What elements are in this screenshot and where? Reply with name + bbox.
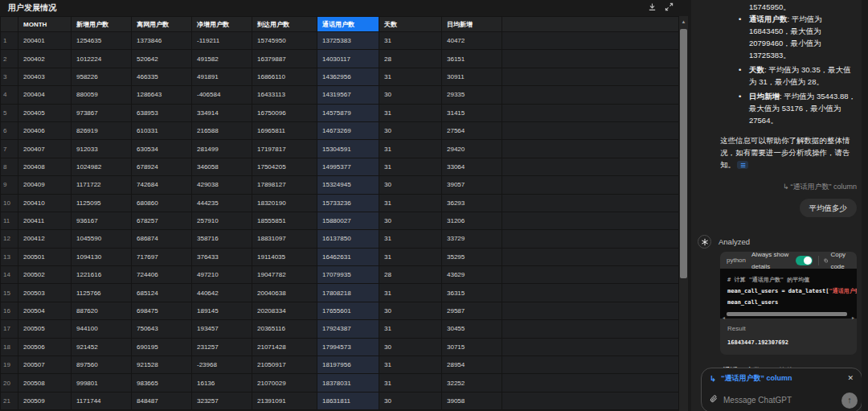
column-header[interactable]: 天数: [379, 17, 442, 32]
table-cell: 983665: [132, 374, 192, 392]
code-block[interactable]: # 计算 "通话用户数" 的平均值mean_call_users = data_…: [720, 269, 857, 311]
column-header[interactable]: 到达用户数: [252, 17, 317, 32]
column-header[interactable]: 新增用户数: [72, 17, 132, 32]
table-cell: 39057: [442, 176, 502, 194]
download-icon[interactable]: [648, 2, 657, 11]
table-cell: 30: [379, 212, 442, 229]
table-row[interactable]: 120040112546351373846-119211157459501372…: [1, 32, 679, 50]
table-row[interactable]: 1720050594410075064319345720365116179243…: [1, 320, 679, 338]
table-row[interactable]: 8200408102498267892434605817504205149953…: [1, 158, 679, 175]
table-row[interactable]: 1520050311257666851244406422004063817808…: [1, 284, 679, 302]
h-scrollbar-thumb[interactable]: [727, 312, 847, 316]
table-cell: 17808218: [317, 284, 379, 302]
table-cell: 29420: [442, 140, 502, 158]
summary-bullet: 日均新增: 平均值为 35443.88，最大值为 53176，最小值为 2756…: [720, 90, 857, 126]
table-cell: 200504: [18, 302, 72, 319]
column-header[interactable]: 通话用户数: [317, 17, 379, 32]
table-row[interactable]: 2200402101222452064249158216379887140301…: [1, 50, 679, 68]
table-cell: 17079935: [317, 266, 379, 284]
table-cell: 200505: [18, 320, 72, 338]
attach-icon[interactable]: [710, 394, 718, 406]
table-cell: 1373846: [132, 32, 192, 50]
table-cell: 193457: [192, 320, 252, 338]
table-cell: 1171722: [72, 176, 132, 194]
scroll-up-arrow[interactable]: ▲: [679, 18, 688, 25]
row-number-cell: 4: [1, 86, 18, 104]
close-icon[interactable]: ✕: [847, 372, 854, 384]
table-cell: 678924: [132, 158, 192, 175]
user-message-bubble: 平均值多少: [800, 199, 858, 217]
row-number-cell: 16: [1, 302, 18, 319]
always-show-details-toggle[interactable]: [796, 256, 813, 265]
code-horizontal-scrollbar[interactable]: ◄ ►: [720, 311, 857, 319]
table-cell: 19114035: [252, 248, 317, 265]
row-number-cell: 14: [1, 266, 18, 284]
table-cell: 750643: [132, 320, 192, 338]
table-cell: 429038: [192, 176, 252, 194]
column-header[interactable]: 净增用户数: [192, 17, 252, 32]
table-cell: 31: [379, 374, 442, 392]
table-cell: 33064: [442, 158, 502, 175]
table-cell: 897560: [72, 356, 132, 374]
table-cell: 200407: [18, 140, 72, 158]
table-cell: 200404: [18, 86, 72, 104]
table-row[interactable]: 1120041193616767825725791018555851158800…: [1, 212, 679, 229]
scroll-right-arrow[interactable]: ►: [851, 312, 855, 324]
table-cell: 958226: [72, 68, 132, 85]
table-cell: 189145: [192, 302, 252, 319]
table-row[interactable]: 6200406826919610331216588169658111467326…: [1, 121, 679, 139]
send-button[interactable]: ↑: [841, 393, 858, 409]
table-cell: 848487: [132, 392, 192, 409]
table-row[interactable]: 1820050692145269019523125721071428179945…: [1, 338, 679, 356]
table-row[interactable]: 1420050212216167244064972101904778217079…: [1, 266, 679, 284]
table-row[interactable]: 19200507897560921528-2396821050917181979…: [1, 356, 679, 374]
table-cell: 18378031: [317, 374, 379, 392]
table-cell: 742684: [132, 176, 192, 194]
table-row[interactable]: 1020041011250956808604442351832019015733…: [1, 194, 679, 212]
table-cell: 200409: [18, 176, 72, 194]
assistant-avatar: [698, 235, 711, 249]
analyzed-label[interactable]: Analyzed: [719, 236, 750, 248]
table-cell: 29335: [442, 86, 502, 104]
scrollbar-thumb[interactable]: [680, 29, 687, 278]
table-cell: 14030117: [317, 50, 379, 68]
table-cell: 15745950: [252, 32, 317, 50]
column-header[interactable]: MONTH: [18, 17, 72, 32]
result-label: Result: [727, 323, 850, 335]
table-cell: 15880027: [317, 212, 379, 229]
table-cell: 14673269: [317, 121, 379, 139]
table-cell: 30911: [442, 68, 502, 85]
table-row[interactable]: 1320050110941307176973764331911403516462…: [1, 248, 679, 265]
table-cell: 200506: [18, 338, 72, 356]
table-cell: 18320190: [252, 194, 317, 212]
table-row[interactable]: 2020050899980198366516136210700291837803…: [1, 374, 679, 392]
table-row[interactable]: 3200403958226466335491891168661101436295…: [1, 68, 679, 85]
table-cell: 14319567: [317, 86, 379, 104]
table-row[interactable]: 1220041210455906868743587161883109716137…: [1, 230, 679, 248]
table-cell: 21391091: [252, 392, 317, 409]
message-input[interactable]: Message ChatGPT: [723, 394, 836, 406]
table-row[interactable]: 5200405973867638953334914167500961457587…: [1, 104, 679, 121]
citation-chip[interactable]: [737, 161, 748, 169]
table-cell: 30: [379, 302, 442, 319]
scroll-left-arrow[interactable]: ◄: [722, 312, 726, 324]
table-cell: 14995377: [317, 158, 379, 175]
table-row[interactable]: 42004048800591286643-4065841643311314319…: [1, 86, 679, 104]
row-number-cell: 18: [1, 338, 18, 356]
reply-arrow-icon: ↳: [783, 183, 789, 191]
table-cell: 200410: [18, 194, 72, 212]
table-cell: 16750096: [252, 104, 317, 121]
table-row[interactable]: 7200407912033630534281499171978171530459…: [1, 140, 679, 158]
column-header[interactable]: 日均新增: [442, 17, 502, 32]
table-cell: 685124: [132, 284, 192, 302]
expand-icon[interactable]: [665, 2, 674, 11]
column-header[interactable]: 离网用户数: [132, 17, 192, 32]
table-cell: 15324945: [317, 176, 379, 194]
row-number-cell: 11: [1, 212, 18, 229]
data-table: MONTH新增用户数离网用户数净增用户数到达用户数通话用户数天数日均新增 120…: [0, 16, 679, 410]
copy-code-button[interactable]: Copy code: [824, 252, 850, 273]
table-row[interactable]: 9200409117172274268442903817898127153249…: [1, 176, 679, 194]
table-row[interactable]: 1620050488762069847518914520208334176556…: [1, 302, 679, 319]
table-row[interactable]: 2120050911717448484873232572139109118631…: [1, 392, 679, 409]
table-vertical-scrollbar[interactable]: ▲: [679, 16, 688, 411]
